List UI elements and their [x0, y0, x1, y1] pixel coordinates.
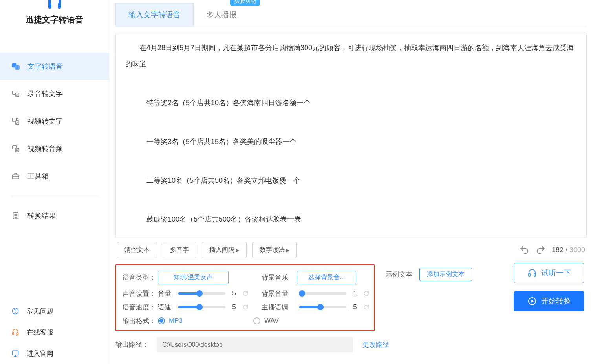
svg-rect-1 — [58, 3, 61, 9]
volume-label: 音量 — [158, 289, 176, 298]
action-bar: 清空文本 多音字 插入间隔▶ 数字读法▶ 182 / 3000 — [115, 238, 587, 263]
sidebar-item-results[interactable]: 转换结果 — [0, 202, 109, 229]
speed-value: 5 — [230, 303, 238, 311]
tabs: 输入文字转语音 多人播报 实验功能 — [115, 0, 587, 27]
tab-label: 多人播报 — [207, 10, 236, 20]
listen-button[interactable]: 试听一下 — [514, 263, 584, 283]
insert-pause-button[interactable]: 插入间隔▶ — [202, 242, 247, 258]
reset-icon[interactable] — [363, 290, 370, 297]
voice-type-label: 语音类型 — [123, 273, 158, 282]
speed-label: 语速 — [158, 303, 176, 312]
bg-volume-label: 背景音量 — [262, 289, 297, 298]
pitch-value: 5 — [351, 303, 359, 311]
sidebar-item-label: 转换结果 — [27, 211, 56, 220]
speed-group-label: 语音速度 — [123, 303, 158, 312]
number-read-button[interactable]: 数字读法▶ — [252, 242, 297, 258]
tab-label: 输入文字转语音 — [128, 10, 181, 20]
video-audio-icon — [11, 144, 20, 153]
change-path-link[interactable]: 更改路径 — [362, 340, 389, 349]
pitch-row: 主播语调 5 — [255, 303, 376, 312]
slider-thumb[interactable] — [196, 290, 203, 297]
sidebar-item-video-audio[interactable]: 视频转音频 — [0, 135, 109, 162]
redo-icon[interactable] — [535, 244, 546, 255]
sidebar-item-label: 视频转音频 — [27, 144, 63, 153]
sidebar-item-tts[interactable]: A文 文字转语音 — [0, 53, 109, 80]
app-logo-icon — [45, 0, 64, 11]
output-format-label: 输出格式 — [123, 317, 158, 326]
svg-rect-24 — [534, 273, 536, 276]
tts-icon: A文 — [11, 62, 20, 71]
bg-volume-slider[interactable] — [299, 292, 346, 295]
radio-dot — [253, 317, 260, 324]
text-editor[interactable]: 在4月28日到5月7日期间，凡在某超市各分店购物满300元的顾客，可进行现场抽奖… — [115, 33, 587, 238]
volume-slider[interactable] — [178, 292, 225, 295]
sidebar-nav: A文 文字转语音 W 录音转文字 W 视频转文字 视频转音频 — [0, 53, 109, 229]
sidebar-item-label: 文字转语音 — [27, 62, 63, 71]
help-faq[interactable]: 常见问题 — [0, 300, 109, 322]
svg-point-14 — [16, 150, 17, 151]
tab-multi-broadcast[interactable]: 多人播报 实验功能 — [194, 3, 249, 27]
sidebar-item-label: 工具箱 — [27, 171, 49, 181]
undo-icon[interactable] — [519, 244, 530, 255]
reset-icon[interactable] — [363, 304, 370, 311]
speed-row: 语音速度 语速 5 — [116, 303, 255, 312]
polyphonic-button[interactable]: 多音字 — [163, 242, 196, 258]
clear-text-button[interactable]: 清空文本 — [117, 242, 157, 258]
paragraph: 特等奖2名（5个店共10名）各奖海南四日游名额一个 — [125, 95, 577, 111]
convert-button[interactable]: 开始转换 — [514, 291, 584, 311]
paragraph: 二等奖10名（5个店共50名）各奖立邦电饭煲一个 — [125, 173, 577, 189]
sidebar-item-label: 视频转文字 — [27, 116, 63, 126]
sidebar-item-stt[interactable]: W 录音转文字 — [0, 80, 109, 107]
output-format-row: 输出格式 MP3 WAV — [116, 317, 376, 326]
right-actions: 试听一下 开始转换 — [514, 263, 587, 311]
reset-icon[interactable] — [242, 304, 249, 311]
help-website[interactable]: 进入官网 — [0, 343, 109, 364]
bgm-row: 背景音乐 选择背景音... — [255, 271, 376, 284]
pitch-slider[interactable] — [299, 306, 346, 308]
char-counter: 182 / 3000 — [552, 246, 585, 254]
output-path-label: 输出路径 — [115, 340, 149, 349]
video-stt-icon: W — [11, 116, 20, 126]
slider-thumb[interactable] — [196, 304, 203, 310]
sidebar-item-label: 录音转文字 — [27, 89, 63, 98]
sound-setting-label: 声音设置 — [123, 289, 158, 298]
sidebar-item-toolbox[interactable]: 工具箱 — [0, 162, 109, 190]
svg-rect-0 — [48, 3, 51, 9]
output-path-row: 输出路径 更改路径 — [115, 337, 514, 352]
app-root: 迅捷文字转语音 A文 文字转语音 W 录音转文字 W 视频转文字 — [0, 0, 593, 364]
bgm-select[interactable]: 选择背景音... — [297, 271, 356, 284]
voice-type-row: 语音类型 知琪/温柔女声 — [116, 271, 255, 284]
help-label: 常见问题 — [27, 307, 53, 316]
sidebar-separator — [11, 196, 98, 196]
dropdown-arrow-icon: ▶ — [286, 248, 289, 253]
svg-point-15 — [17, 150, 18, 151]
logo-block: 迅捷文字转语音 — [0, 0, 109, 29]
slider-thumb[interactable] — [299, 290, 305, 297]
question-icon — [11, 307, 20, 315]
reset-icon[interactable] — [242, 290, 249, 297]
add-sample-text-button[interactable]: 添加示例文本 — [419, 268, 472, 281]
voice-settings-panel: 语音类型 知琪/温柔女声 背景音乐 选择背景音... 声音设置 音量 — [115, 264, 375, 331]
paragraph: 在4月28日到5月7日期间，凡在某超市各分店购物满300元的顾客，可进行现场抽奖… — [125, 40, 577, 73]
speed-slider[interactable] — [178, 306, 225, 308]
listen-label: 试听一下 — [541, 268, 571, 278]
svg-rect-16 — [13, 175, 19, 179]
results-icon — [11, 211, 20, 220]
help-service[interactable]: 在线客服 — [0, 322, 109, 343]
sample-text-row: 示例文本 添加示例文本 — [386, 268, 472, 281]
svg-text:文: 文 — [16, 66, 19, 69]
voice-type-select[interactable]: 知琪/温柔女声 — [158, 271, 229, 284]
format-wav-radio[interactable]: WAV — [253, 317, 279, 325]
slider-thumb[interactable] — [317, 304, 324, 310]
sidebar-bottom: 常见问题 在线客服 进入官网 — [0, 297, 109, 364]
svg-rect-21 — [17, 332, 18, 335]
tab-input-tts[interactable]: 输入文字转语音 — [115, 3, 194, 27]
app-title: 迅捷文字转语音 — [26, 14, 83, 25]
play-circle-icon — [527, 296, 537, 306]
paragraph: 一等奖3名（5个店共15名）各奖美的吸尘器一个 — [125, 134, 577, 150]
stt-icon: W — [11, 89, 20, 98]
format-mp3-radio[interactable]: MP3 — [158, 317, 183, 325]
output-path-input[interactable] — [157, 337, 353, 352]
convert-label: 开始转换 — [541, 296, 571, 306]
sidebar-item-video-stt[interactable]: W 视频转文字 — [0, 107, 109, 135]
